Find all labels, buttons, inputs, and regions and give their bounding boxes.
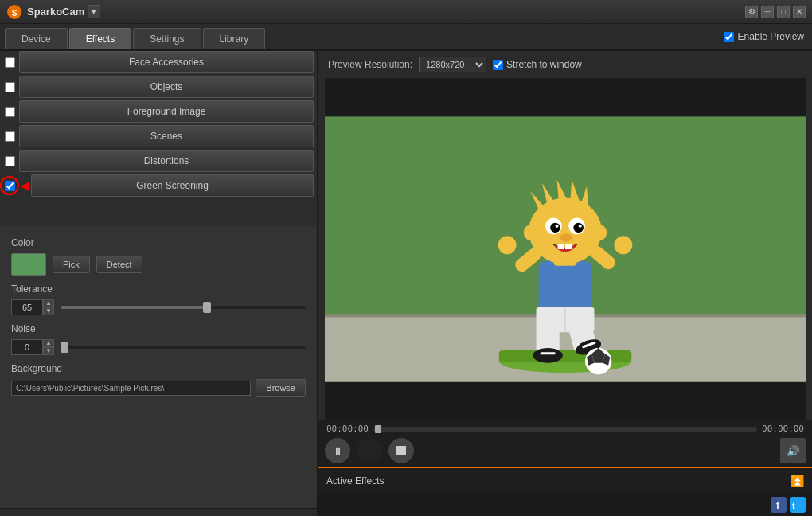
main-layout: Face Accessories Objects Foreground Imag… xyxy=(0,51,812,516)
bottom-icons: f t xyxy=(318,494,812,516)
svg-rect-6 xyxy=(499,350,632,362)
noise-down-button[interactable]: ▼ xyxy=(43,347,54,355)
volume-icon: 🔊 xyxy=(787,445,800,457)
color-swatch[interactable] xyxy=(11,253,46,276)
noise-slider-track[interactable] xyxy=(61,346,306,349)
green-screening-button[interactable]: Green Screening xyxy=(31,174,314,197)
svg-point-40 xyxy=(524,225,536,240)
pause-icon: ⏸ xyxy=(333,445,343,457)
face-accessories-checkbox[interactable] xyxy=(5,57,15,68)
face-accessories-checkbox-wrap xyxy=(0,53,19,72)
noise-up-button[interactable]: ▲ xyxy=(43,339,54,347)
timeline-row: 00:00:00 00:00:00 xyxy=(325,424,806,434)
effect-row-face-accessories: Face Accessories xyxy=(0,51,314,73)
facebook-icon[interactable]: f xyxy=(771,497,787,513)
tolerance-label: Tolerance xyxy=(11,283,306,295)
close-button[interactable]: ✕ xyxy=(793,6,806,18)
video-preview-area xyxy=(325,78,806,420)
tolerance-slider-thumb[interactable] xyxy=(203,302,211,313)
effect-row-scenes: Scenes xyxy=(0,125,314,147)
tab-device[interactable]: Device xyxy=(5,28,68,49)
green-screening-checkbox[interactable] xyxy=(5,181,15,191)
objects-button[interactable]: Objects xyxy=(19,76,314,98)
playback-controls-row: ⏸ 🔊 xyxy=(325,438,806,463)
app-logo: S xyxy=(6,4,22,20)
tolerance-input[interactable] xyxy=(11,299,43,315)
color-label: Color xyxy=(11,237,306,248)
tolerance-row: ▲ ▼ xyxy=(11,299,306,315)
maximize-button[interactable]: □ xyxy=(777,6,790,18)
tolerance-slider-track[interactable] xyxy=(61,306,306,309)
video-canvas xyxy=(325,78,806,420)
app-menu-button[interactable]: ▾ xyxy=(88,5,100,18)
timeline-position[interactable] xyxy=(375,425,381,433)
noise-input-wrap: ▲ ▼ xyxy=(11,339,54,355)
effect-row-green-screening: ◀ Green Screening xyxy=(0,174,314,197)
minimize-button[interactable]: ─ xyxy=(761,6,774,18)
noise-label: Noise xyxy=(11,323,306,334)
active-effects-label: Active Effects xyxy=(326,475,384,487)
tolerance-up-button[interactable]: ▲ xyxy=(43,299,54,307)
svg-rect-38 xyxy=(558,244,564,249)
stop-button[interactable] xyxy=(388,438,414,463)
browse-button[interactable]: Browse xyxy=(256,379,306,397)
tolerance-down-button[interactable]: ▼ xyxy=(43,307,54,315)
resolution-select[interactable]: 1280x720 640x480 1920x1080 xyxy=(419,57,486,72)
enable-preview-wrap: Enable Preview xyxy=(724,31,804,42)
svg-text:t: t xyxy=(792,501,795,510)
background-path-input[interactable] xyxy=(11,381,251,396)
noise-spinners: ▲ ▼ xyxy=(43,339,54,355)
background-label: Background xyxy=(11,363,306,374)
effects-list[interactable]: Face Accessories Objects Foreground Imag… xyxy=(0,51,317,226)
distortions-checkbox[interactable] xyxy=(5,156,15,166)
svg-point-41 xyxy=(595,225,607,240)
svg-text:S: S xyxy=(12,9,18,18)
svg-point-37 xyxy=(560,233,572,241)
svg-point-34 xyxy=(573,223,583,233)
stretch-to-window-checkbox[interactable] xyxy=(493,60,503,70)
scenes-button[interactable]: Scenes xyxy=(19,125,314,147)
distortions-button[interactable]: Distortions xyxy=(19,150,314,172)
svg-point-22 xyxy=(498,236,517,254)
effect-row-distortions: Distortions xyxy=(0,150,314,172)
tab-settings[interactable]: Settings xyxy=(133,28,201,49)
foreground-checkbox[interactable] xyxy=(5,107,15,117)
objects-checkbox[interactable] xyxy=(5,82,15,92)
green-screening-active-indicator xyxy=(0,176,19,195)
color-row: Pick Detect xyxy=(11,253,306,276)
face-accessories-button[interactable]: Face Accessories xyxy=(19,51,314,73)
svg-point-36 xyxy=(579,225,582,228)
preview-controls: Preview Resolution: 1280x720 640x480 192… xyxy=(318,51,812,78)
settings-icon[interactable]: ⚙ xyxy=(745,6,758,18)
enable-preview-checkbox[interactable] xyxy=(724,32,734,42)
twitter-icon[interactable]: t xyxy=(790,497,806,513)
noise-slider-thumb[interactable] xyxy=(61,342,68,353)
distortions-checkbox-wrap xyxy=(0,151,19,170)
foreground-checkbox-wrap xyxy=(0,102,19,121)
active-effects-bar: Active Effects ⏫ xyxy=(318,467,812,494)
collapse-active-effects-button[interactable]: ⏫ xyxy=(791,475,804,487)
noise-input[interactable] xyxy=(11,339,43,355)
pause-button[interactable]: ⏸ xyxy=(325,438,350,463)
tab-library[interactable]: Library xyxy=(203,28,266,49)
record-button[interactable] xyxy=(357,438,382,463)
stretch-to-window-label[interactable]: Stretch to window xyxy=(506,59,582,70)
green-screening-panel: Color Pick Detect Tolerance ▲ ▼ xyxy=(0,226,317,508)
foreground-button[interactable]: Foreground Image xyxy=(19,100,314,123)
svg-rect-39 xyxy=(565,244,572,249)
pick-button[interactable]: Pick xyxy=(53,256,90,273)
time-end: 00:00:00 xyxy=(762,424,804,434)
title-bar: S SparkoCam ▾ ⚙ ─ □ ✕ xyxy=(0,0,812,24)
noise-row: ▲ ▼ xyxy=(11,339,306,355)
playback-bar: 00:00:00 00:00:00 ⏸ 🔊 xyxy=(318,420,812,467)
timeline-track[interactable] xyxy=(373,427,757,432)
detect-button[interactable]: Detect xyxy=(96,256,142,273)
svg-point-23 xyxy=(614,236,632,254)
tolerance-spinners: ▲ ▼ xyxy=(43,299,54,315)
enable-preview-label[interactable]: Enable Preview xyxy=(738,31,804,42)
tab-effects[interactable]: Effects xyxy=(69,28,131,49)
scenes-checkbox[interactable] xyxy=(5,131,15,142)
volume-button[interactable]: 🔊 xyxy=(780,438,806,463)
stretch-to-window-wrap: Stretch to window xyxy=(493,59,582,70)
left-panel-horizontal-scrollbar[interactable] xyxy=(0,508,317,516)
